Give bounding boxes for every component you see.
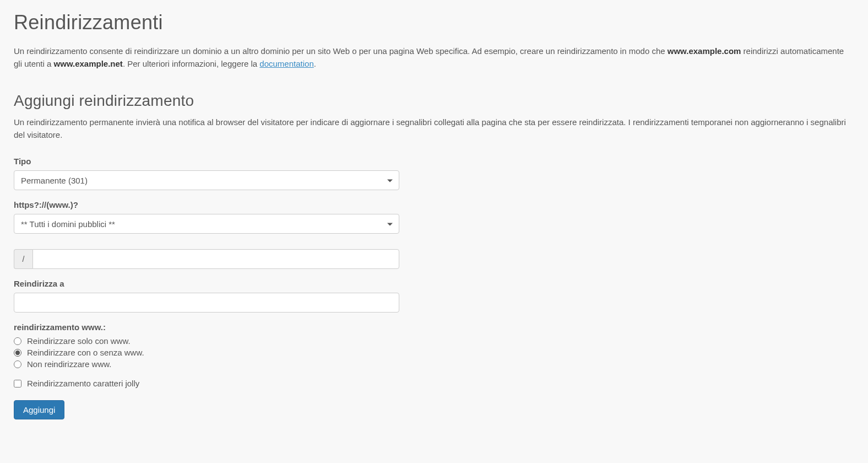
radio-only-www[interactable]: [14, 337, 21, 345]
wildcard-checkbox[interactable]: [14, 380, 21, 387]
type-label: Tipo: [14, 157, 854, 166]
desc-part1: Un reindirizzamento consente di reindiri…: [14, 46, 668, 56]
redirect-to-input[interactable]: [14, 293, 399, 313]
path-prefix: /: [14, 249, 32, 269]
add-button[interactable]: Aggiungi: [14, 400, 64, 419]
www-redirect-label: reindirizzamento www.:: [14, 322, 854, 332]
radio-no-www-label[interactable]: Non reindirizzare www.: [27, 359, 111, 369]
domain-label: https?://(www.)?: [14, 200, 854, 209]
type-select[interactable]: Permanente (301): [14, 170, 399, 190]
radio-with-or-without-www[interactable]: [14, 349, 21, 357]
domain-select[interactable]: ** Tutti i domini pubblici **: [14, 214, 399, 234]
path-input[interactable]: [32, 249, 399, 269]
desc-bold1: www.example.com: [668, 46, 741, 56]
page-description: Un reindirizzamento consente di reindiri…: [14, 45, 854, 70]
radio-with-or-without-www-label[interactable]: Reindirizzare con o senza www.: [27, 348, 144, 357]
documentation-link[interactable]: documentation: [259, 59, 313, 68]
desc-end: .: [314, 59, 316, 68]
wildcard-label[interactable]: Reindirizzamento caratteri jolly: [27, 379, 139, 388]
page-title: Reindirizzamenti: [14, 11, 854, 34]
desc-part3: . Per ulteriori informazioni, leggere la: [123, 59, 259, 68]
radio-only-www-label[interactable]: Reindirizzare solo con www.: [27, 336, 131, 346]
radio-no-www[interactable]: [14, 360, 21, 368]
section-title: Aggiungi reindirizzamento: [14, 92, 854, 110]
section-description: Un reindirizzamento permanente invierà u…: [14, 116, 854, 141]
desc-bold2: www.example.net: [54, 59, 123, 68]
redirect-to-label: Reindirizza a: [14, 279, 854, 288]
